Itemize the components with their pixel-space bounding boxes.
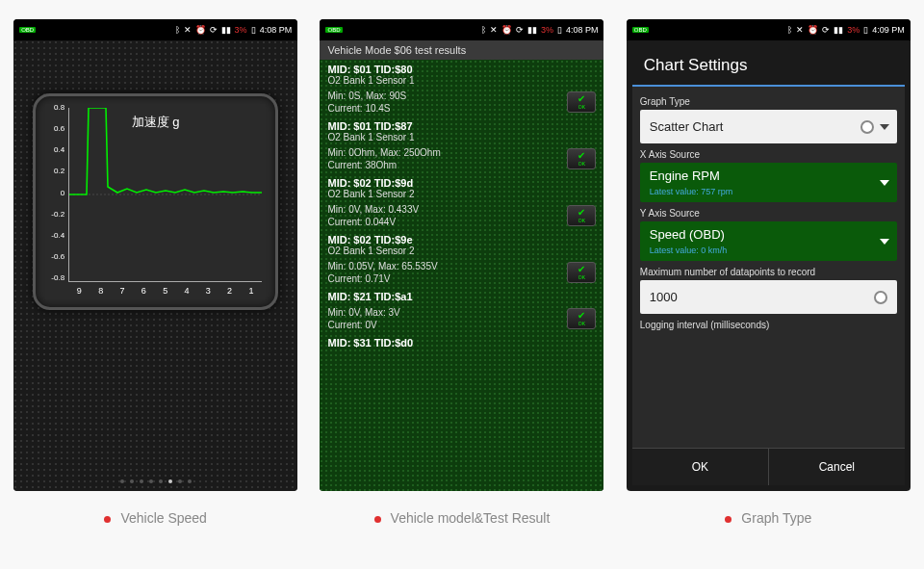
clock-text: 4:08 PM: [260, 25, 293, 35]
chevron-down-icon: [880, 239, 889, 245]
graph-type-label: Graph Type: [640, 96, 897, 107]
ok-button[interactable]: OK: [632, 449, 769, 485]
result-row: MID: $21 TID:$a1 Min: 0V, Max: 3VCurrent…: [327, 291, 596, 331]
signal-icon: ▮▮: [834, 25, 843, 35]
result-row: MID: $01 TID:$87 O2 Bank 1 Sensor 1 Min:…: [327, 120, 596, 171]
signal-icon: ▮▮: [527, 25, 537, 35]
alarm-icon: ⏰: [195, 25, 206, 35]
sync-icon: ⟳: [822, 25, 830, 35]
alarm-icon: ⏰: [501, 25, 512, 35]
mute-icon: ✕: [184, 25, 192, 35]
x-axis-select[interactable]: Engine RPM Latest value: 757 rpm: [640, 163, 897, 202]
y-axis-labels: 0.80.60.40.20-0.2-0.4-0.6-0.8: [45, 104, 66, 282]
logging-interval-label: Logging interval (milliseconds): [640, 320, 897, 330]
result-row: MID: $02 TID:$9e O2 Bank 1 Sensor 2 Min:…: [327, 234, 596, 285]
y-axis-select[interactable]: Speed (OBD) Latest value: 0 km/h: [640, 221, 897, 261]
screen-title: Vehicle Mode $06 test results: [320, 40, 603, 60]
result-row: MID: $01 TID:$80 O2 Bank 1 Sensor 1 Min:…: [327, 64, 596, 115]
ok-badge: ✔OK: [567, 205, 596, 226]
sync-icon: ⟳: [210, 25, 218, 35]
ok-badge: ✔OK: [567, 262, 596, 283]
obd-icon: OBD: [632, 27, 649, 33]
x-axis-label: X Axis Source: [640, 149, 897, 160]
battery-icon: ▯: [557, 25, 562, 35]
obd-icon: OBD: [19, 27, 36, 33]
dialog-body[interactable]: Graph Type Scatter Chart X Axis Source E…: [632, 87, 905, 448]
bullet-icon: [725, 516, 732, 523]
battery-percent: 3%: [235, 25, 247, 35]
caption-test-result: Vehicle model&Test Result: [320, 510, 603, 526]
ok-badge: ✔OK: [567, 308, 596, 329]
graph-type-select[interactable]: Scatter Chart: [640, 110, 897, 143]
bluetooth-icon: ᛒ: [175, 25, 180, 35]
bluetooth-icon: ᛒ: [787, 25, 792, 35]
caption-vehicle-speed: Vehicle Speed: [13, 510, 297, 526]
ok-badge: ✔OK: [567, 91, 596, 113]
max-datapoints-label: Maximum number of datapoints to record: [640, 267, 897, 277]
signal-icon: ▮▮: [221, 25, 231, 35]
mute-icon: ✕: [796, 25, 804, 35]
chart-settings-dialog: Chart Settings Graph Type Scatter Chart …: [632, 46, 905, 485]
result-row: MID: $02 TID:$9d O2 Bank 1 Sensor 2 Min:…: [327, 177, 596, 228]
battery-percent: 3%: [847, 25, 860, 35]
clock-text: 4:08 PM: [566, 25, 599, 35]
status-bar: OBD ᛒ ✕ ⏰ ⟳ ▮▮ 3% ▯ 4:08 PM: [13, 19, 297, 40]
battery-percent: 3%: [541, 25, 553, 35]
radio-icon: [860, 120, 874, 134]
phone-vehicle-speed: OBD ᛒ ✕ ⏰ ⟳ ▮▮ 3% ▯ 4:08 PM 加速度 g 0.80.6…: [13, 19, 297, 491]
status-bar: OBD ᛒ ✕ ⏰ ⟳ ▮▮ 3% ▯ 4:08 PM: [320, 19, 603, 40]
caption-graph-type: Graph Type: [627, 510, 911, 526]
y-axis-label: Y Axis Source: [640, 208, 897, 219]
x-axis-labels: 987654321: [68, 286, 262, 299]
page-indicator[interactable]: [120, 479, 192, 483]
result-row: MID: $31 TID:$d0: [327, 337, 596, 349]
phone-test-results: OBD ᛒ ✕ ⏰ ⟳ ▮▮ 3% ▯ 4:08 PM Vehicle Mode…: [320, 19, 603, 491]
results-list[interactable]: MID: $01 TID:$80 O2 Bank 1 Sensor 1 Min:…: [320, 60, 603, 491]
bullet-icon: [374, 516, 381, 523]
max-datapoints-input[interactable]: 1000: [640, 280, 897, 314]
dialog-footer: OK Cancel: [632, 448, 905, 485]
chart-screen[interactable]: 加速度 g 0.80.60.40.20-0.2-0.4-0.6-0.8 9876…: [13, 40, 297, 491]
sync-icon: ⟳: [516, 25, 524, 35]
battery-icon: ▯: [863, 25, 868, 35]
battery-icon: ▯: [251, 25, 256, 35]
check-icon: ✔: [578, 151, 585, 161]
mute-icon: ✕: [490, 25, 498, 35]
chevron-down-icon: [880, 124, 889, 130]
radio-icon: [874, 291, 887, 304]
obd-icon: OBD: [325, 27, 342, 33]
alarm-icon: ⏰: [808, 25, 818, 35]
status-bar: OBD ᛒ ✕ ⏰ ⟳ ▮▮ 3% ▯ 4:09 PM: [627, 19, 911, 40]
cancel-button[interactable]: Cancel: [769, 449, 905, 485]
check-icon: ✔: [578, 94, 585, 104]
chevron-down-icon: [880, 180, 889, 186]
bullet-icon: [104, 516, 111, 523]
ok-badge: ✔OK: [567, 148, 596, 169]
clock-text: 4:09 PM: [872, 25, 905, 35]
bluetooth-icon: ᛒ: [481, 25, 486, 35]
check-icon: ✔: [578, 265, 585, 274]
dialog-title: Chart Settings: [632, 46, 905, 87]
check-icon: ✔: [578, 208, 585, 218]
check-icon: ✔: [578, 311, 585, 321]
chart-canvas: [68, 108, 262, 282]
acceleration-chart: 加速度 g 0.80.60.40.20-0.2-0.4-0.6-0.8 9876…: [33, 93, 278, 310]
phone-chart-settings: OBD ᛒ ✕ ⏰ ⟳ ▮▮ 3% ▯ 4:09 PM Chart Settin…: [627, 19, 911, 491]
